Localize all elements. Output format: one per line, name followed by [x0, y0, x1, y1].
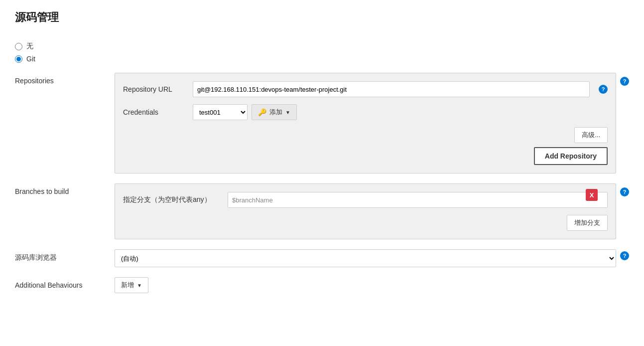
repository-url-label: Repository URL: [123, 85, 188, 93]
repositories-section-help-icon[interactable]: ?: [620, 77, 629, 86]
new-behaviour-button[interactable]: 新增 ▼: [115, 277, 148, 293]
radio-option-none[interactable]: 无: [15, 42, 629, 51]
browser-content-wrapper: (自动) ?: [115, 249, 629, 267]
add-repository-action: Add Repository: [123, 147, 608, 165]
branches-section: Branches to build X 指定分支（为空时代表any） 增加分支 …: [15, 183, 629, 239]
branches-content-wrapper: X 指定分支（为空时代表any） 增加分支 ?: [115, 183, 629, 239]
new-behaviour-label: 新增: [121, 281, 134, 290]
page-container: 源码管理 无 Git Repositories Repository URL ?: [0, 0, 644, 346]
branch-field-label: 指定分支（为空时代表any）: [123, 195, 223, 204]
branches-actions: 增加分支: [123, 215, 608, 231]
add-credentials-button[interactable]: 🔑 添加 ▼: [252, 104, 297, 120]
add-credentials-chevron-icon: ▼: [285, 110, 290, 115]
none-label: 无: [26, 42, 33, 51]
browser-help-icon[interactable]: ?: [620, 251, 629, 260]
add-branch-button[interactable]: 增加分支: [567, 215, 608, 231]
branches-content: X 指定分支（为空时代表any） 增加分支: [115, 183, 616, 239]
git-label: Git: [26, 55, 35, 63]
repositories-content: Repository URL ? Credentials test001 🔑 添…: [115, 73, 616, 173]
advanced-button[interactable]: 高级...: [574, 127, 608, 143]
radio-git[interactable]: [15, 55, 22, 63]
repository-url-row: Repository URL ?: [123, 81, 608, 97]
repository-url-input[interactable]: [193, 81, 590, 97]
browser-section-label: 源码库浏览器: [15, 249, 115, 262]
scm-options: 无 Git: [15, 42, 629, 63]
additional-behaviours-label: Additional Behaviours: [15, 277, 115, 289]
credentials-row: Credentials test001 🔑 添加 ▼: [123, 104, 608, 120]
browser-select[interactable]: (自动): [115, 249, 616, 267]
credentials-controls: test001 🔑 添加 ▼: [193, 104, 297, 120]
branch-input[interactable]: [228, 192, 608, 208]
add-credentials-label: 添加: [269, 108, 282, 117]
branch-field-row: 指定分支（为空时代表any）: [123, 192, 608, 208]
repository-url-help-icon[interactable]: ?: [599, 85, 608, 94]
radio-none[interactable]: [15, 43, 22, 50]
radio-option-git[interactable]: Git: [15, 55, 629, 63]
browser-section: 源码库浏览器 (自动) ?: [15, 249, 629, 267]
page-title: 源码管理: [15, 10, 629, 30]
add-repository-button[interactable]: Add Repository: [534, 147, 608, 165]
remove-branch-button[interactable]: X: [586, 189, 598, 201]
branches-label: Branches to build: [15, 183, 115, 195]
credentials-select[interactable]: test001: [193, 104, 248, 120]
repositories-section: Repositories Repository URL ? Credential…: [15, 73, 629, 173]
branches-section-help-icon[interactable]: ?: [620, 187, 629, 196]
additional-behaviours-section: Additional Behaviours 新增 ▼: [15, 277, 629, 293]
repositories-label: Repositories: [15, 73, 115, 85]
key-icon: 🔑: [258, 108, 266, 116]
credentials-label: Credentials: [123, 108, 188, 116]
new-behaviour-chevron-icon: ▼: [137, 283, 142, 288]
repositories-actions: 高级...: [123, 127, 608, 143]
additional-content-wrapper: 新增 ▼: [115, 277, 629, 293]
repositories-content-wrapper: Repository URL ? Credentials test001 🔑 添…: [115, 73, 629, 173]
